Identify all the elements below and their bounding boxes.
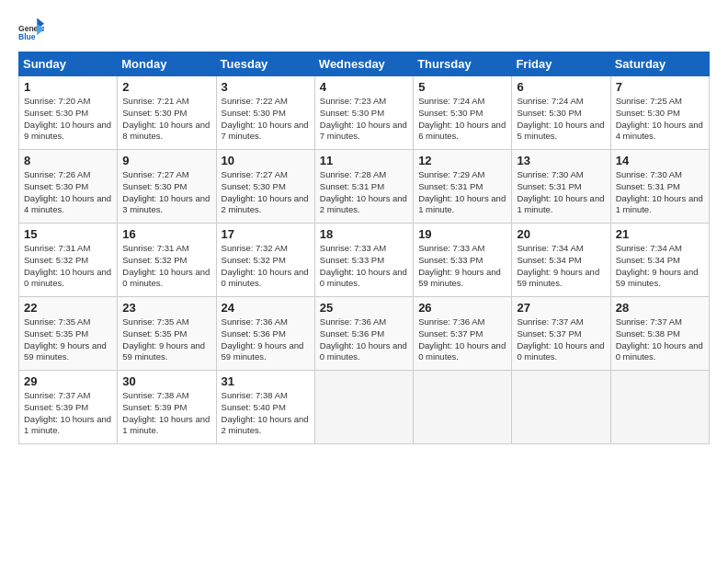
sunset-text: Sunset: 5:33 PM [418, 255, 483, 265]
weekday-header-monday: Monday [118, 52, 216, 76]
calendar-cell [414, 371, 512, 444]
daylight-text: Daylight: 10 hours and 3 minutes. [122, 193, 210, 215]
daylight-text: Daylight: 10 hours and 0 minutes. [122, 267, 210, 289]
week-row-2: 8 Sunrise: 7:26 AM Sunset: 5:30 PM Dayli… [19, 150, 710, 224]
sunset-text: Sunset: 5:40 PM [222, 402, 286, 412]
sunset-text: Sunset: 5:34 PM [517, 255, 581, 265]
calendar-cell: 27 Sunrise: 7:37 AM Sunset: 5:37 PM Dayl… [512, 297, 610, 371]
day-info: Sunrise: 7:38 AM Sunset: 5:40 PM Dayligh… [222, 390, 310, 437]
sunrise-text: Sunrise: 7:37 AM [517, 316, 583, 327]
sunrise-text: Sunrise: 7:34 AM [517, 243, 583, 253]
sunset-text: Sunset: 5:30 PM [24, 181, 88, 191]
day-info: Sunrise: 7:30 AM Sunset: 5:31 PM Dayligh… [616, 169, 704, 216]
day-info: Sunrise: 7:28 AM Sunset: 5:31 PM Dayligh… [320, 169, 408, 216]
day-info: Sunrise: 7:37 AM Sunset: 5:38 PM Dayligh… [616, 316, 704, 363]
sunrise-text: Sunrise: 7:28 AM [320, 169, 386, 179]
day-info: Sunrise: 7:27 AM Sunset: 5:30 PM Dayligh… [222, 169, 310, 216]
calendar-cell: 3 Sunrise: 7:22 AM Sunset: 5:30 PM Dayli… [216, 76, 314, 150]
day-info: Sunrise: 7:21 AM Sunset: 5:30 PM Dayligh… [122, 96, 210, 143]
sunset-text: Sunset: 5:39 PM [122, 402, 187, 412]
sunrise-text: Sunrise: 7:36 AM [320, 316, 386, 327]
day-info: Sunrise: 7:37 AM Sunset: 5:37 PM Dayligh… [517, 316, 605, 363]
calendar-cell [314, 371, 413, 444]
day-number: 24 [222, 301, 310, 315]
day-number: 22 [24, 301, 112, 315]
sunrise-text: Sunrise: 7:26 AM [24, 169, 90, 179]
calendar-cell: 6 Sunrise: 7:24 AM Sunset: 5:30 PM Dayli… [512, 76, 610, 150]
day-number: 14 [616, 154, 704, 167]
sunset-text: Sunset: 5:36 PM [320, 328, 384, 339]
sunrise-text: Sunrise: 7:35 AM [122, 316, 188, 327]
day-info: Sunrise: 7:34 AM Sunset: 5:34 PM Dayligh… [616, 243, 704, 290]
logo-icon: General Blue [18, 17, 44, 42]
weekday-header-wednesday: Wednesday [314, 52, 413, 76]
calendar-cell: 10 Sunrise: 7:27 AM Sunset: 5:30 PM Dayl… [216, 150, 314, 224]
daylight-text: Daylight: 10 hours and 0 minutes. [517, 340, 604, 362]
sunset-text: Sunset: 5:30 PM [418, 108, 483, 118]
sunset-text: Sunset: 5:35 PM [24, 328, 88, 339]
day-info: Sunrise: 7:38 AM Sunset: 5:39 PM Dayligh… [122, 390, 210, 437]
sunrise-text: Sunrise: 7:24 AM [517, 96, 583, 106]
day-info: Sunrise: 7:24 AM Sunset: 5:30 PM Dayligh… [418, 96, 506, 143]
calendar-cell: 24 Sunrise: 7:36 AM Sunset: 5:36 PM Dayl… [216, 297, 314, 371]
sunrise-text: Sunrise: 7:25 AM [616, 96, 682, 106]
day-info: Sunrise: 7:34 AM Sunset: 5:34 PM Dayligh… [517, 243, 605, 290]
calendar-cell: 21 Sunrise: 7:34 AM Sunset: 5:34 PM Dayl… [610, 224, 709, 297]
sunrise-text: Sunrise: 7:33 AM [320, 243, 386, 253]
sunset-text: Sunset: 5:36 PM [222, 328, 286, 339]
calendar-cell: 7 Sunrise: 7:25 AM Sunset: 5:30 PM Dayli… [610, 76, 709, 150]
week-row-3: 15 Sunrise: 7:31 AM Sunset: 5:32 PM Dayl… [19, 224, 710, 297]
sunrise-text: Sunrise: 7:30 AM [517, 169, 583, 179]
day-number: 27 [517, 301, 605, 315]
daylight-text: Daylight: 9 hours and 59 minutes. [122, 340, 205, 362]
day-number: 19 [418, 227, 506, 241]
day-info: Sunrise: 7:36 AM Sunset: 5:36 PM Dayligh… [222, 316, 310, 363]
calendar-cell [512, 371, 610, 444]
sunrise-text: Sunrise: 7:21 AM [122, 96, 188, 106]
sunrise-text: Sunrise: 7:27 AM [122, 169, 188, 179]
daylight-text: Daylight: 10 hours and 4 minutes. [24, 193, 111, 215]
calendar-cell: 15 Sunrise: 7:31 AM Sunset: 5:32 PM Dayl… [19, 224, 118, 297]
day-info: Sunrise: 7:23 AM Sunset: 5:30 PM Dayligh… [320, 96, 408, 143]
daylight-text: Daylight: 10 hours and 7 minutes. [222, 120, 309, 142]
sunset-text: Sunset: 5:30 PM [517, 108, 581, 118]
calendar-cell: 28 Sunrise: 7:37 AM Sunset: 5:38 PM Dayl… [610, 297, 709, 371]
sunrise-text: Sunrise: 7:37 AM [24, 390, 90, 400]
daylight-text: Daylight: 9 hours and 59 minutes. [517, 267, 599, 289]
sunrise-text: Sunrise: 7:36 AM [222, 316, 288, 327]
day-info: Sunrise: 7:27 AM Sunset: 5:30 PM Dayligh… [122, 169, 210, 216]
day-number: 3 [222, 80, 310, 94]
calendar-cell [610, 371, 709, 444]
sunrise-text: Sunrise: 7:33 AM [418, 243, 484, 253]
sunset-text: Sunset: 5:33 PM [320, 255, 384, 265]
daylight-text: Daylight: 10 hours and 0 minutes. [320, 267, 407, 289]
calendar-cell: 30 Sunrise: 7:38 AM Sunset: 5:39 PM Dayl… [118, 371, 216, 444]
day-info: Sunrise: 7:36 AM Sunset: 5:36 PM Dayligh… [320, 316, 408, 363]
daylight-text: Daylight: 10 hours and 8 minutes. [122, 120, 210, 142]
calendar-cell: 29 Sunrise: 7:37 AM Sunset: 5:39 PM Dayl… [19, 371, 118, 444]
daylight-text: Daylight: 10 hours and 0 minutes. [320, 340, 407, 362]
day-info: Sunrise: 7:32 AM Sunset: 5:32 PM Dayligh… [222, 243, 310, 290]
day-number: 11 [320, 154, 408, 167]
daylight-text: Daylight: 10 hours and 1 minute. [122, 414, 210, 436]
sunrise-text: Sunrise: 7:30 AM [616, 169, 682, 179]
daylight-text: Daylight: 10 hours and 1 minute. [517, 193, 604, 215]
day-number: 20 [517, 227, 605, 241]
sunrise-text: Sunrise: 7:34 AM [616, 243, 682, 253]
day-number: 9 [122, 154, 210, 167]
sunset-text: Sunset: 5:38 PM [616, 328, 680, 339]
calendar-cell: 31 Sunrise: 7:38 AM Sunset: 5:40 PM Dayl… [216, 371, 314, 444]
day-info: Sunrise: 7:30 AM Sunset: 5:31 PM Dayligh… [517, 169, 605, 216]
calendar-cell: 11 Sunrise: 7:28 AM Sunset: 5:31 PM Dayl… [314, 150, 413, 224]
daylight-text: Daylight: 9 hours and 59 minutes. [418, 267, 501, 289]
day-info: Sunrise: 7:33 AM Sunset: 5:33 PM Dayligh… [320, 243, 408, 290]
sunset-text: Sunset: 5:31 PM [616, 181, 680, 191]
daylight-text: Daylight: 10 hours and 0 minutes. [24, 267, 111, 289]
weekday-header-saturday: Saturday [610, 52, 709, 76]
daylight-text: Daylight: 10 hours and 4 minutes. [616, 120, 703, 142]
daylight-text: Daylight: 9 hours and 59 minutes. [222, 340, 304, 362]
sunrise-text: Sunrise: 7:38 AM [122, 390, 188, 400]
sunrise-text: Sunrise: 7:36 AM [418, 316, 484, 327]
sunrise-text: Sunrise: 7:35 AM [24, 316, 90, 327]
daylight-text: Daylight: 10 hours and 7 minutes. [320, 120, 407, 142]
